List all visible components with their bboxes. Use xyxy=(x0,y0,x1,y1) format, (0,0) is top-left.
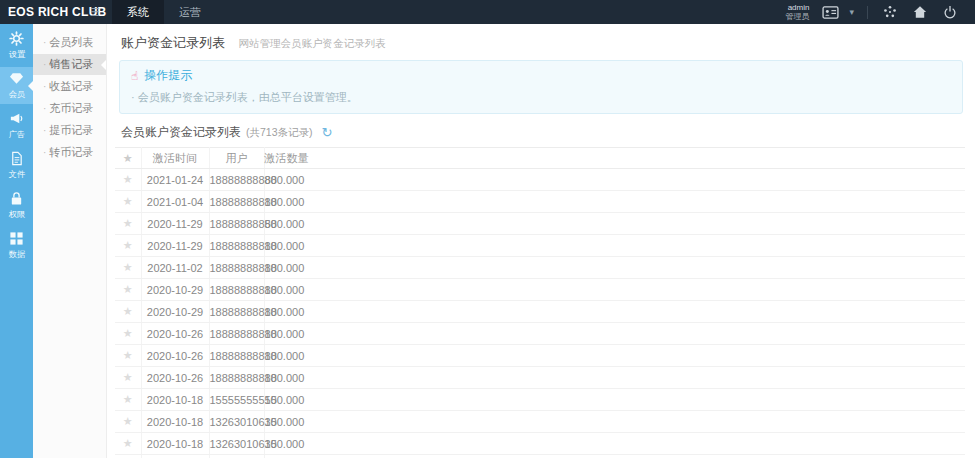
refresh-icon[interactable]: ↻ xyxy=(322,125,333,140)
sidebar-item-label: 权限 xyxy=(8,208,25,220)
sidebar-item-gear[interactable]: 设置 xyxy=(0,27,33,64)
sidebar-item-gem[interactable]: 会员 xyxy=(0,67,33,104)
main-content: 账户资金记录列表 网站管理会员账户资金记录列表 ☝ 操作提示 · 会员账户资金记… xyxy=(107,24,975,458)
favorite-star-icon[interactable]: ★ xyxy=(123,437,133,449)
table-row: ★2020-10-1713263010635100.000 xyxy=(115,455,965,458)
bullet-icon: · xyxy=(43,103,46,114)
cell-activation-time: 2020-10-26 xyxy=(141,323,209,345)
cell-activation-amount: 100.000 xyxy=(264,411,965,433)
submenu-item-3[interactable]: ·充币记录 xyxy=(33,98,106,119)
table-row: ★2020-10-2618888888888100.000 xyxy=(115,367,965,389)
cell-user: 18888888888 xyxy=(209,323,264,345)
cell-activation-amount: 100.000 xyxy=(264,257,965,279)
favorite-cell: ★ xyxy=(115,257,141,279)
table-row: ★2020-10-1813263010635100.000 xyxy=(115,411,965,433)
bullet-icon: · xyxy=(43,147,46,158)
cell-activation-amount: 100.000 xyxy=(264,279,965,301)
cell-activation-amount: 100.000 xyxy=(264,301,965,323)
submenu-item-label: 充币记录 xyxy=(49,102,93,114)
column-header-amount: 激活数量 xyxy=(264,148,965,169)
table-row: ★2021-01-2418888888888800.000 xyxy=(115,169,965,191)
submenu-item-5[interactable]: ·转币记录 xyxy=(33,142,106,163)
sidebar-item-label: 会员 xyxy=(8,88,25,100)
star-column-header: ★ xyxy=(115,148,141,169)
table-caption-row: 会员账户资金记录列表 (共713条记录) ↻ xyxy=(107,121,975,147)
cell-activation-time: 2020-10-26 xyxy=(141,367,209,389)
favorite-star-icon[interactable]: ★ xyxy=(123,173,133,185)
user-info[interactable]: admin 管理员 xyxy=(785,3,809,21)
cell-activation-amount: 800.000 xyxy=(264,169,965,191)
cell-activation-amount: 100.000 xyxy=(264,235,965,257)
favorite-star-icon[interactable]: ★ xyxy=(123,305,133,317)
submenu-item-1[interactable]: ·销售记录 xyxy=(33,54,106,75)
submenu-item-0[interactable]: ·会员列表 xyxy=(33,32,106,53)
cell-user: 18888888888 xyxy=(209,345,264,367)
sidebar-item-grid[interactable]: 数据 xyxy=(0,227,33,264)
submenu-item-2[interactable]: ·收益记录 xyxy=(33,76,106,97)
records-table: ★ 激活时间 用户 激活数量 ★2021-01-2418888888888800… xyxy=(115,147,965,458)
cell-activation-time: 2020-10-26 xyxy=(141,345,209,367)
cell-activation-amount: 100.000 xyxy=(264,367,965,389)
favorite-cell: ★ xyxy=(115,323,141,345)
grid-icon xyxy=(9,231,24,246)
favorite-cell: ★ xyxy=(115,389,141,411)
cell-activation-time: 2020-10-17 xyxy=(141,455,209,458)
menu-toggle-icon[interactable]: ☰ xyxy=(90,6,100,19)
star-icon: ★ xyxy=(123,152,133,164)
cell-user: 18888888888 xyxy=(209,279,264,301)
sidebar-item-file[interactable]: 文件 xyxy=(0,147,33,184)
gear-icon xyxy=(9,31,24,46)
cell-activation-amount: 100.000 xyxy=(264,455,965,458)
gem-icon xyxy=(9,71,24,86)
record-count: (共713条记录) xyxy=(246,126,313,140)
cell-activation-amount: 500.000 xyxy=(264,213,965,235)
bullet-icon: · xyxy=(43,37,46,48)
table-row: ★2021-01-0418888888888100.000 xyxy=(115,191,965,213)
sidebar-item-label: 文件 xyxy=(8,168,25,180)
cell-activation-time: 2020-10-29 xyxy=(141,279,209,301)
column-header-user: 用户 xyxy=(209,148,264,169)
table-row: ★2020-10-1813263010635100.000 xyxy=(115,433,965,455)
favorite-star-icon[interactable]: ★ xyxy=(123,283,133,295)
sidebar-item-megaphone[interactable]: 广告 xyxy=(0,107,33,144)
cell-activation-time: 2020-11-29 xyxy=(141,213,209,235)
topbar-tab-0[interactable]: 系统 xyxy=(112,0,164,24)
home-icon[interactable] xyxy=(913,5,927,19)
favorite-star-icon[interactable]: ★ xyxy=(123,261,133,273)
alert-title-row: ☝ 操作提示 xyxy=(131,67,951,84)
favorite-star-icon[interactable]: ★ xyxy=(123,327,133,339)
favorite-cell: ★ xyxy=(115,455,141,458)
page-header: 账户资金记录列表 网站管理会员账户资金记录列表 xyxy=(107,24,975,55)
bullet-icon: · xyxy=(43,81,46,92)
id-card-icon[interactable] xyxy=(822,6,839,19)
cell-user: 18888888888 xyxy=(209,213,264,235)
favorite-star-icon[interactable]: ★ xyxy=(123,415,133,427)
favorite-star-icon[interactable]: ★ xyxy=(123,371,133,383)
chevron-down-icon[interactable]: ▾ xyxy=(849,7,854,17)
table-body: ★2021-01-2418888888888800.000★2021-01-04… xyxy=(115,169,965,458)
table-row: ★2020-10-1815555555555100.000 xyxy=(115,389,965,411)
table-row: ★2020-10-2618888888888100.000 xyxy=(115,345,965,367)
submenu-item-label: 收益记录 xyxy=(49,80,93,92)
operation-tip-alert: ☝ 操作提示 · 会员账户资金记录列表，由总平台设置管理。 xyxy=(119,60,963,114)
favorite-star-icon[interactable]: ★ xyxy=(123,195,133,207)
table-row: ★2020-10-2618888888888100.000 xyxy=(115,323,965,345)
sidebar-item-lock[interactable]: 权限 xyxy=(0,187,33,224)
user-role: 管理员 xyxy=(785,12,809,21)
favorite-star-icon[interactable]: ★ xyxy=(123,217,133,229)
power-icon[interactable] xyxy=(943,5,957,19)
cell-user: 18888888888 xyxy=(209,191,264,213)
favorite-star-icon[interactable]: ★ xyxy=(123,349,133,361)
submenu-item-label: 销售记录 xyxy=(49,58,93,70)
alert-body: · 会员账户资金记录列表，由总平台设置管理。 xyxy=(131,90,951,105)
clear-cache-icon[interactable] xyxy=(883,5,897,19)
icon-sidebar: 设置会员广告文件权限数据 xyxy=(0,24,33,458)
topbar-tab-1[interactable]: 运营 xyxy=(164,0,216,24)
cell-activation-time: 2021-01-04 xyxy=(141,191,209,213)
favorite-cell: ★ xyxy=(115,411,141,433)
submenu-item-4[interactable]: ·提币记录 xyxy=(33,120,106,141)
favorite-star-icon[interactable]: ★ xyxy=(123,239,133,251)
sidebar-item-label: 设置 xyxy=(8,48,25,60)
favorite-star-icon[interactable]: ★ xyxy=(123,393,133,405)
submenu-item-label: 提币记录 xyxy=(49,124,93,136)
